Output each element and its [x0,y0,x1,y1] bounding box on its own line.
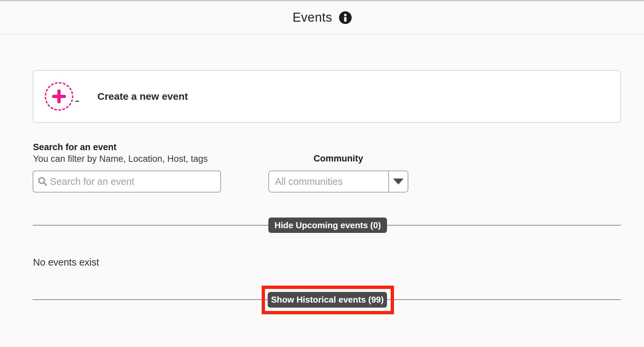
no-events-message: No events exist [33,257,99,268]
text-cursor-artifact [75,101,79,102]
search-input[interactable] [50,176,216,187]
hide-upcoming-events-button[interactable]: Hide Upcoming events (0) [268,218,387,233]
create-event-card[interactable]: Create a new event [33,70,621,123]
search-field-container [33,170,221,193]
search-section-label: Search for an event [33,142,117,152]
caret-down-icon [393,179,404,185]
community-dropdown-value: All communities [269,171,389,192]
plus-icon [45,82,73,111]
community-label: Community [268,153,408,164]
search-filter-hint: You can filter by Name, Location, Host, … [33,154,208,164]
create-event-label: Create a new event [97,91,188,102]
page-header: Events [0,1,644,34]
community-dropdown-caret-button[interactable] [389,171,408,192]
info-icon[interactable] [339,11,352,24]
show-historical-events-button[interactable]: Show Historical events (99) [268,292,387,308]
community-dropdown[interactable]: All communities [268,170,408,193]
page-title: Events [292,10,332,25]
search-icon [37,176,48,187]
